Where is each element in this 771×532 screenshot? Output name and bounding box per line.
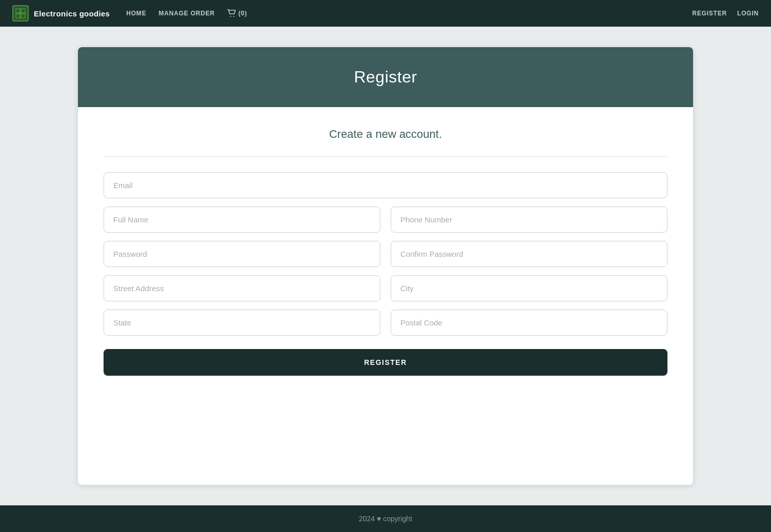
footer-copyright: copyright [383,515,412,523]
svg-point-7 [233,16,234,17]
nav-home[interactable]: HOME [126,10,146,17]
register-body: Create a new account. [78,107,693,401]
navbar-right: REGISTER LOGIN [692,10,759,17]
password-field[interactable] [104,241,380,267]
city-field[interactable] [391,275,667,301]
name-phone-row [104,207,667,233]
form-divider [104,156,667,157]
svg-rect-4 [16,12,18,14]
page-title: Register [98,68,673,87]
email-field[interactable] [104,172,667,198]
register-button[interactable]: REGISTER [104,349,667,376]
email-row [104,172,667,198]
password-row [104,241,667,267]
register-card: Register Create a new account. [78,47,693,485]
state-postal-row [104,310,667,336]
nav-register[interactable]: REGISTER [692,10,727,17]
full-name-field[interactable] [104,207,380,233]
svg-rect-5 [23,12,25,14]
footer-year: 2024 [359,515,375,523]
svg-point-6 [230,16,231,17]
svg-point-1 [18,11,23,15]
navbar-brand: Electronics goodies [12,5,110,22]
brand-name: Electronics goodies [34,9,110,18]
form-subtitle: Create a new account. [104,128,667,141]
nav-login[interactable]: LOGIN [737,10,759,17]
phone-number-field[interactable] [391,207,667,233]
street-address-field[interactable] [104,275,380,301]
navbar: Electronics goodies HOME MANAGE ORDER (0… [0,0,771,27]
confirm-password-field[interactable] [391,241,667,267]
nav-cart[interactable]: (0) [227,9,247,17]
postal-code-field[interactable] [391,310,667,336]
logo-icon [12,5,29,22]
cart-count: (0) [238,10,247,17]
register-form: REGISTER [104,172,667,376]
svg-rect-3 [19,16,22,17]
footer: 2024 ♥ copyright [0,505,771,532]
navbar-nav: HOME MANAGE ORDER (0) [126,9,692,17]
state-field[interactable] [104,310,380,336]
footer-heart: ♥ [377,515,383,523]
register-header: Register [78,47,693,107]
main-content: Register Create a new account. [0,27,771,505]
nav-manage-order[interactable]: MANAGE ORDER [158,10,215,17]
address-city-row [104,275,667,301]
svg-rect-2 [19,9,22,11]
